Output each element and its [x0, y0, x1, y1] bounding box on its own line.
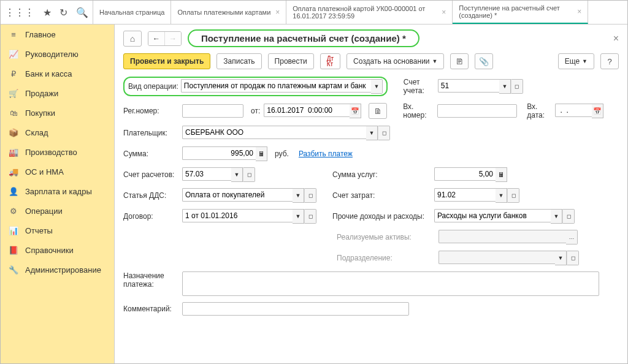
regnum-field[interactable]: [182, 104, 243, 118]
sidebar-item-reports[interactable]: 📊Отчеты: [1, 221, 114, 240]
date-field[interactable]: [264, 104, 350, 117]
purpose-field[interactable]: [182, 271, 599, 296]
home-button[interactable]: ⌂: [123, 31, 142, 47]
dropdown-icon[interactable]: ▼: [371, 79, 383, 94]
open-icon[interactable]: ◻: [562, 209, 575, 224]
cost-acc-field[interactable]: [434, 188, 496, 202]
assets-label: Реализуемые активы:: [337, 233, 435, 241]
sidebar-item-main[interactable]: ≡Главное: [1, 25, 114, 44]
tab-start[interactable]: Начальная страница: [93, 1, 171, 24]
payer-input[interactable]: ▼ ◻: [182, 126, 390, 140]
contract-field[interactable]: [182, 209, 293, 222]
toolbar: Провести и закрыть Записать Провести ДтК…: [123, 53, 619, 69]
dropdown-icon[interactable]: ▼: [293, 188, 304, 203]
search-icon[interactable]: 🔍: [76, 7, 88, 18]
save-button[interactable]: Записать: [216, 53, 261, 69]
help-button[interactable]: ?: [600, 53, 619, 69]
close-button[interactable]: ×: [613, 33, 619, 44]
more-button[interactable]: Еще▼: [558, 53, 594, 69]
service-sum-input[interactable]: 🖩: [434, 167, 507, 182]
division-input[interactable]: ▼ ◻: [438, 251, 579, 265]
in-num-field[interactable]: [437, 104, 517, 118]
sidebar-item-purchases[interactable]: 🛍Покупки: [1, 103, 114, 123]
comment-field[interactable]: [182, 302, 409, 316]
optype-field[interactable]: [181, 79, 371, 93]
close-icon[interactable]: ×: [275, 8, 280, 17]
create-based-button[interactable]: Создать на основании▼: [347, 53, 444, 69]
division-label: Подразделение:: [337, 254, 435, 262]
sidebar-item-operations[interactable]: ⚙Операции: [1, 201, 114, 221]
close-icon[interactable]: ×: [577, 7, 581, 16]
dropdown-icon[interactable]: ▼: [231, 167, 243, 182]
dropdown-icon[interactable]: ▼: [499, 79, 511, 94]
open-icon[interactable]: ◻: [304, 209, 316, 224]
dtkt-button[interactable]: ДтКт: [320, 53, 340, 69]
cost-acc-input[interactable]: ▼ ◻: [434, 188, 519, 203]
open-icon[interactable]: ◻: [243, 167, 255, 182]
assets-field: [438, 230, 566, 243]
print-button[interactable]: 🖹: [450, 53, 469, 69]
open-icon[interactable]: ◻: [378, 126, 390, 140]
sidebar-item-manager[interactable]: 📈Руководителю: [1, 44, 114, 64]
dropdown-icon[interactable]: ▼: [555, 251, 567, 265]
sidebar-item-admin[interactable]: 🔧Администрирование: [1, 260, 114, 279]
ruble-icon: ₽: [8, 68, 19, 79]
other-input[interactable]: ▼ ◻: [434, 209, 575, 224]
optype-input[interactable]: ▼: [181, 79, 383, 94]
account-field[interactable]: [438, 79, 499, 93]
account-input[interactable]: ▼ ◻: [438, 79, 523, 94]
currency-label: руб.: [275, 150, 289, 158]
apps-icon[interactable]: ⋮⋮⋮: [5, 7, 34, 18]
sidebar-item-production[interactable]: 🏭Производство: [1, 142, 114, 162]
attach-button[interactable]: 📎: [475, 53, 493, 69]
open-icon[interactable]: ◻: [304, 188, 316, 203]
other-field[interactable]: [434, 209, 551, 222]
calendar-icon[interactable]: 📅: [350, 104, 361, 118]
sidebar-item-hr[interactable]: 👤Зарплата и кадры: [1, 181, 114, 201]
in-date-input[interactable]: 📅: [555, 104, 603, 118]
back-button[interactable]: ←: [148, 32, 164, 45]
date-input[interactable]: 📅: [264, 104, 361, 118]
cost-acc-label: Счет затрат:: [332, 191, 388, 200]
dropdown-icon[interactable]: ▼: [551, 209, 562, 224]
dropdown-icon[interactable]: ▼: [496, 188, 507, 203]
calculator-icon[interactable]: 🖩: [496, 167, 507, 182]
in-date-field[interactable]: [555, 104, 592, 117]
dropdown-icon[interactable]: ▼: [366, 126, 378, 140]
post-and-close-button[interactable]: Провести и закрыть: [123, 53, 210, 69]
open-icon[interactable]: ◻: [507, 188, 519, 203]
settle-acc-field[interactable]: [182, 167, 231, 181]
settle-acc-input[interactable]: ▼ ◻: [182, 167, 255, 182]
tab-receipt[interactable]: Поступление на расчетный счет (создание)…: [453, 1, 588, 24]
sum-input[interactable]: 🖩: [182, 146, 267, 161]
sidebar-item-sales[interactable]: 🛒Продажи: [1, 83, 114, 103]
dds-field[interactable]: [182, 188, 293, 202]
sidebar-item-bank[interactable]: ₽Банк и касса: [1, 64, 114, 83]
split-payment-link[interactable]: Разбить платеж: [299, 150, 353, 158]
doc-icon[interactable]: 🗎: [369, 103, 387, 119]
sidebar-item-assets[interactable]: 🚚ОС и НМА: [1, 162, 114, 181]
sidebar-item-warehouse[interactable]: 📦Склад: [1, 123, 114, 142]
calendar-icon[interactable]: 📅: [592, 104, 603, 118]
calculator-icon[interactable]: 🖩: [256, 146, 267, 161]
history-icon[interactable]: ↻: [59, 7, 67, 18]
wrench-icon: 🔧: [8, 264, 19, 275]
tab-payment-doc[interactable]: Оплата платежной картой УК00-000001 от 1…: [286, 1, 453, 24]
sidebar-item-catalogs[interactable]: 📕Справочники: [1, 240, 114, 260]
dds-input[interactable]: ▼ ◻: [182, 188, 316, 203]
contract-input[interactable]: ▼ ◻: [182, 209, 316, 224]
service-sum-field[interactable]: [434, 167, 496, 181]
forward-button[interactable]: →: [164, 32, 181, 45]
comment-label: Комментарий:: [123, 305, 178, 313]
open-icon[interactable]: ◻: [511, 79, 523, 94]
open-icon[interactable]: ◻: [567, 251, 579, 265]
assets-input[interactable]: …: [438, 230, 578, 245]
payer-field[interactable]: [182, 126, 366, 139]
ellipsis-icon[interactable]: …: [566, 230, 578, 245]
tab-payments[interactable]: Оплаты платежными картами×: [171, 1, 286, 24]
close-icon[interactable]: ×: [442, 8, 446, 17]
dropdown-icon[interactable]: ▼: [293, 209, 304, 224]
sum-field[interactable]: [182, 146, 256, 160]
star-icon[interactable]: ★: [43, 7, 52, 18]
post-button[interactable]: Провести: [268, 53, 314, 69]
